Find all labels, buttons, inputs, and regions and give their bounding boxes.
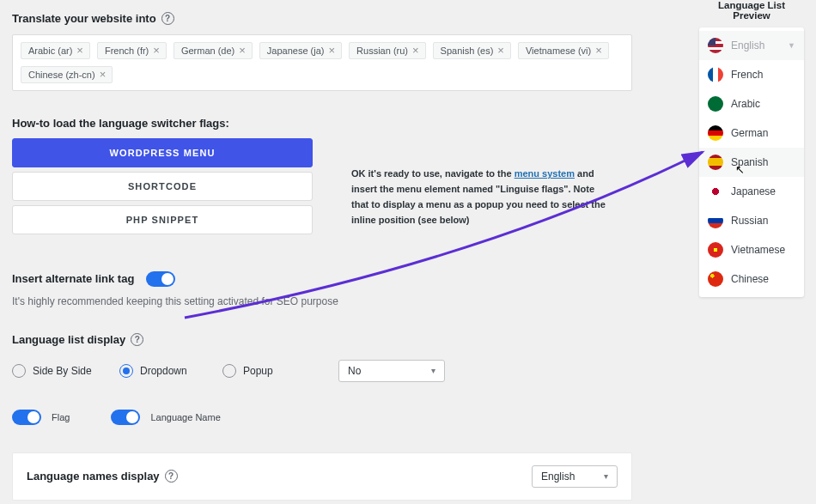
chip-japanese[interactable]: Japanese (ja)× xyxy=(259,42,342,59)
info-box: OK it's ready to use, navigate to the me… xyxy=(334,150,626,244)
preview-item-japanese[interactable]: Japanese xyxy=(699,177,804,206)
flag-icon-fr xyxy=(708,67,723,82)
preview-item-arabic[interactable]: Arabic xyxy=(699,89,804,118)
flag-icon-jp xyxy=(708,184,723,199)
chip-german[interactable]: German (de)× xyxy=(174,42,253,59)
flag-toggle[interactable] xyxy=(12,410,41,425)
chip-chinese[interactable]: Chinese (zh-cn)× xyxy=(21,66,113,83)
close-icon[interactable]: × xyxy=(595,45,602,56)
flag-icon-us xyxy=(708,38,723,53)
flag-icon-de xyxy=(708,125,723,141)
flag-icon-vn xyxy=(708,242,723,258)
chip-vietnamese[interactable]: Vietnamese (vi)× xyxy=(518,42,609,59)
alt-link-hint: It's highly recommended keeping this set… xyxy=(12,295,632,307)
chevron-down-icon: ▾ xyxy=(604,471,608,481)
translate-label-text: Translate your website into xyxy=(12,12,156,25)
preview-item-russian[interactable]: Russian xyxy=(699,206,804,235)
radio-icon xyxy=(222,364,236,378)
preview-item-spanish[interactable]: Spanish ↖ xyxy=(699,148,804,177)
close-icon[interactable]: × xyxy=(497,45,504,56)
close-icon[interactable]: × xyxy=(328,45,335,56)
display-select[interactable]: No ▾ xyxy=(338,360,445,382)
language-name-toggle-label: Language Name xyxy=(150,412,220,422)
loader-label: How-to load the language switcher flags: xyxy=(12,117,632,130)
close-icon[interactable]: × xyxy=(153,45,160,56)
cursor-icon: ↖ xyxy=(735,163,745,176)
names-display-select[interactable]: English ▾ xyxy=(532,465,618,488)
translate-label: Translate your website into ? xyxy=(12,12,632,25)
help-icon[interactable]: ? xyxy=(161,12,174,25)
wordpress-menu-button[interactable]: WORDPRESS MENU xyxy=(12,138,313,167)
preview-title: Language List Preview xyxy=(699,0,804,21)
radio-popup[interactable]: Popup xyxy=(222,364,338,378)
language-name-toggle[interactable] xyxy=(111,410,140,425)
radio-icon xyxy=(119,364,133,378)
preview-item-french[interactable]: French xyxy=(699,60,804,89)
close-icon[interactable]: × xyxy=(100,69,107,80)
preview-item-english[interactable]: English ▼ xyxy=(699,31,804,60)
language-preview-list: English ▼ French Arabic German Spanish ↖… xyxy=(699,27,804,297)
chip-arabic[interactable]: Arabic (ar)× xyxy=(21,42,90,59)
names-display-label: Language names display ? xyxy=(27,470,178,483)
close-icon[interactable]: × xyxy=(239,45,246,56)
close-icon[interactable]: × xyxy=(412,45,419,56)
chevron-down-icon: ▾ xyxy=(431,366,435,375)
help-icon[interactable]: ? xyxy=(165,470,178,483)
chip-french[interactable]: French (fr)× xyxy=(97,42,167,59)
chip-spanish[interactable]: Spanish (es)× xyxy=(433,42,511,59)
display-label: Language list display ? xyxy=(12,333,632,346)
flag-toggle-label: Flag xyxy=(52,412,70,422)
php-snippet-button[interactable]: PHP SNIPPET xyxy=(12,205,313,234)
help-icon[interactable]: ? xyxy=(131,333,143,346)
preview-item-german[interactable]: German xyxy=(699,118,804,148)
language-chips-box[interactable]: Arabic (ar)× French (fr)× German (de)× J… xyxy=(12,34,632,91)
flag-icon-cn xyxy=(708,271,723,287)
flag-icon-ru xyxy=(708,213,723,228)
flag-icon-es xyxy=(708,155,723,170)
radio-side-by-side[interactable]: Side By Side xyxy=(12,364,119,378)
radio-icon xyxy=(12,364,26,378)
alt-link-toggle[interactable] xyxy=(146,271,175,287)
preview-item-chinese[interactable]: Chinese xyxy=(699,264,804,294)
caret-down-icon: ▼ xyxy=(788,41,795,50)
alt-link-label: Insert alternate link tag xyxy=(12,272,134,285)
preview-item-vietnamese[interactable]: Vietnamese xyxy=(699,235,804,264)
menu-system-link[interactable]: menu system xyxy=(515,168,575,179)
shortcode-button[interactable]: SHORTCODE xyxy=(12,172,313,201)
close-icon[interactable]: × xyxy=(76,45,83,56)
chip-russian[interactable]: Russian (ru)× xyxy=(349,42,426,59)
flag-icon-ar xyxy=(708,96,723,112)
radio-dropdown[interactable]: Dropdown xyxy=(119,364,222,378)
